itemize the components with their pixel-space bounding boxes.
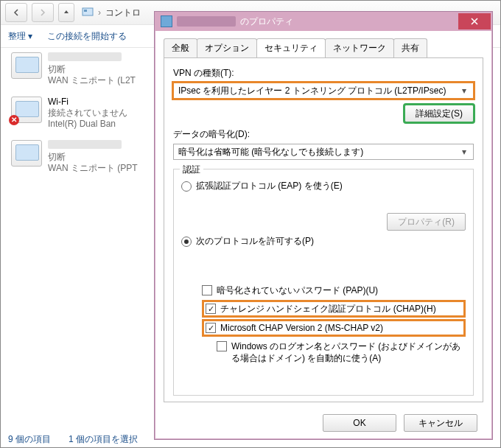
breadcrumb-item[interactable]: コントロ (105, 7, 141, 19)
tab-security[interactable]: セキュリティ (256, 38, 326, 57)
breadcrumb[interactable]: › コントロ (82, 6, 141, 20)
checkbox-icon (202, 285, 212, 295)
nav-back-button[interactable] (5, 3, 27, 22)
connection-detail: WAN ミニポート (PPT (48, 163, 138, 174)
properties-dialog: のプロパティ 全般 オプション セキュリティ ネットワーク 共有 VPN の種類… (154, 11, 493, 440)
connection-item[interactable]: 切断 WAN ミニポート (PPT (11, 140, 151, 174)
checkbox-mschap-label: Microsoft CHAP Version 2 (MS-CHAP v2) (220, 322, 383, 334)
connection-icon (11, 140, 42, 167)
checkbox-winlogon[interactable]: Windows のログオン名とパスワード (およびドメインがある場合はドメイン)… (217, 340, 466, 364)
auth-group-legend: 認証 (180, 164, 203, 176)
start-connection-button[interactable]: この接続を開始する (47, 30, 127, 43)
vpn-type-value: IPsec を利用したレイヤー 2 トンネリング プロトコル (L2TP/IPs… (178, 85, 446, 97)
checkbox-chap-label: チャレンジ ハンドシェイク認証プロトコル (CHAP)(H) (220, 303, 436, 315)
connection-status: 切断 (48, 64, 136, 75)
radio-allow-protocols[interactable]: 次のプロトコルを許可する(P) (181, 235, 466, 248)
nav-forward-button[interactable] (32, 3, 54, 22)
connection-name: Wi-Fi (48, 97, 127, 108)
redacted-name (48, 52, 122, 61)
control-panel-icon (82, 6, 94, 20)
checkbox-winlogon-label: Windows のログオン名とパスワード (およびドメインがある場合はドメイン)… (231, 340, 466, 364)
cancel-button[interactable]: キャンセル (404, 414, 477, 432)
checkbox-icon (206, 323, 216, 333)
encryption-select[interactable]: 暗号化は省略可能 (暗号化なしでも接続します) ▾ (173, 144, 474, 160)
status-bar: 9 個の項目 1 個の項目を選択 (8, 433, 138, 446)
tab-strip: 全般 オプション セキュリティ ネットワーク 共有 (164, 38, 492, 57)
connection-detail: Intel(R) Dual Ban (48, 119, 127, 130)
disconnected-icon: ✕ (9, 115, 19, 125)
connection-icon: ✕ (11, 97, 42, 123)
advanced-settings-button[interactable]: 詳細設定(S) (404, 105, 474, 122)
titlebar[interactable]: のプロパティ (155, 12, 492, 31)
checkbox-pap-label: 暗号化されていないパスワード (PAP)(U) (217, 284, 378, 296)
checkbox-icon (217, 341, 227, 351)
chevron-right-icon: › (98, 7, 101, 18)
ok-button[interactable]: OK (323, 414, 396, 432)
dialog-title: のプロパティ (240, 15, 293, 28)
vpn-type-select[interactable]: IPsec を利用したレイヤー 2 トンネリング プロトコル (L2TP/IPs… (173, 83, 474, 99)
tab-network[interactable]: ネットワーク (325, 38, 394, 57)
connection-item[interactable]: ✕ Wi-Fi 接続されていません Intel(R) Dual Ban (11, 97, 151, 130)
chevron-down-icon: ▾ (458, 85, 470, 96)
tab-options[interactable]: オプション (197, 38, 257, 57)
properties-button: プロパティ(R) (387, 213, 466, 231)
tab-sharing[interactable]: 共有 (393, 38, 427, 57)
encryption-value: 暗号化は省略可能 (暗号化なしでも接続します) (178, 146, 363, 158)
checkbox-pap[interactable]: 暗号化されていないパスワード (PAP)(U) (202, 284, 466, 296)
connection-status: 切断 (48, 152, 138, 163)
close-button[interactable] (458, 13, 491, 29)
chevron-down-icon: ▾ (458, 147, 470, 157)
connection-status: 接続されていません (48, 108, 127, 119)
radio-icon (181, 237, 192, 247)
radio-allow-label: 次のプロトコルを許可する(P) (196, 235, 314, 248)
redacted-name (48, 140, 122, 149)
checkbox-chap[interactable]: チャレンジ ハンドシェイク認証プロトコル (CHAP)(H) (206, 303, 462, 315)
organize-menu[interactable]: 整理 ▾ (8, 30, 32, 43)
tab-general[interactable]: 全般 (164, 38, 197, 57)
checkbox-icon (206, 304, 216, 314)
radio-eap[interactable]: 拡張認証プロトコル (EAP) を使う(E) (181, 180, 466, 192)
connection-item[interactable]: 切断 WAN ミニポート (L2T (11, 52, 151, 86)
radio-icon (181, 181, 192, 192)
radio-eap-label: 拡張認証プロトコル (EAP) を使う(E) (196, 180, 343, 192)
dialog-icon (161, 15, 172, 27)
nav-up-button[interactable] (58, 3, 74, 22)
connection-detail: WAN ミニポート (L2T (48, 75, 136, 86)
encryption-label: データの暗号化(D): (173, 128, 474, 141)
checkbox-mschap[interactable]: Microsoft CHAP Version 2 (MS-CHAP v2) (206, 322, 462, 334)
connection-icon (11, 52, 42, 79)
svg-rect-1 (84, 10, 87, 12)
vpn-type-label: VPN の種類(T): (173, 67, 474, 80)
redacted-connection-name (177, 16, 236, 27)
